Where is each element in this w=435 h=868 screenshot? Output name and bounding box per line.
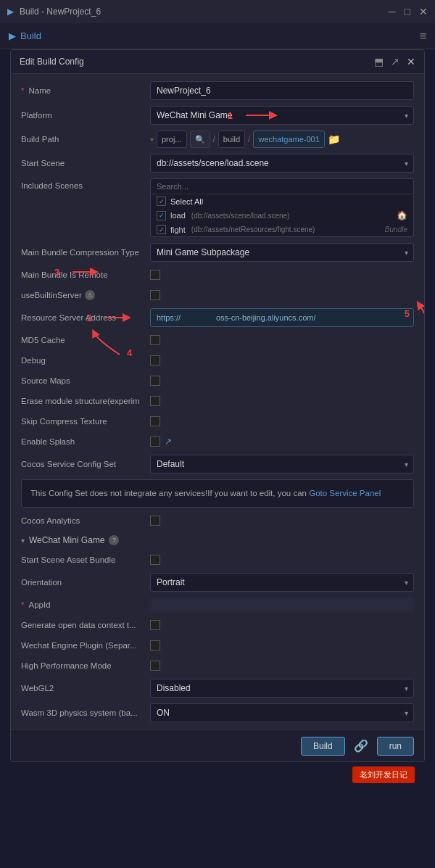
title-bar: ▶ Build - NewProject_6 ─ □ ✕ [0, 0, 435, 23]
main-bundle-remote-checkbox[interactable] [150, 270, 160, 280]
bottom-bar: Build 🔗 run [11, 729, 424, 761]
name-input[interactable] [150, 81, 414, 100]
tooltip-icon[interactable]: ⚠ [85, 290, 95, 300]
platform-row: Platform WeChat Mini Game 1 [11, 103, 424, 128]
skip-compress-checkbox[interactable] [150, 416, 160, 426]
source-maps-row: Source Maps [11, 371, 424, 391]
resource-server-input[interactable] [150, 308, 414, 327]
scene-fight-item[interactable]: fight (db://assets/netResources/fight.sc… [151, 223, 413, 236]
enable-splash-control: ↗ [150, 437, 414, 447]
md5-cache-checkbox[interactable] [150, 335, 160, 345]
select-all-item[interactable]: Select All [151, 194, 413, 208]
high-performance-mode-checkbox[interactable] [150, 661, 160, 671]
build-button[interactable]: Build [301, 737, 345, 756]
cocos-service-label: Cocos Service Config Set [21, 460, 144, 468]
dialog-external-icon[interactable]: ↗ [391, 56, 399, 67]
platform-label: Platform [21, 111, 144, 120]
enable-splash-checkbox[interactable] [150, 437, 160, 447]
skip-compress-control [150, 416, 414, 426]
scenes-box: Select All load (db://assets/scene/load.… [150, 178, 414, 237]
erase-module-control [150, 396, 414, 406]
orientation-row: Orientation Portrait [11, 570, 424, 595]
skip-compress-label: Skip Compress Texture [21, 417, 144, 426]
use-builtin-server-control [150, 290, 414, 300]
start-scene-asset-bundle-checkbox[interactable] [150, 555, 160, 565]
wechat-engine-plugin-row: Wechat Engine Plugin (Separ... [11, 635, 424, 656]
goto-service-panel-link[interactable]: Goto Service Panel [309, 489, 381, 497]
wechat-help-icon[interactable]: ? [109, 535, 119, 545]
maximize-button[interactable]: □ [405, 6, 410, 17]
required-star: * [21, 86, 24, 95]
run-button[interactable]: run [377, 737, 414, 756]
close-button[interactable]: ✕ [419, 6, 428, 17]
use-builtin-server-checkbox[interactable] [150, 290, 160, 300]
appid-label: * AppId [21, 600, 144, 609]
path-search-button[interactable]: 🔍 [190, 131, 210, 148]
start-scene-asset-bundle-control [150, 555, 414, 565]
appid-control [150, 598, 414, 612]
watermark: 老刘开发日记 [352, 766, 415, 783]
dialog-close-icon[interactable]: ✕ [407, 56, 415, 67]
wasm-3d-row: Wasm 3D physics system (ba... ON [11, 700, 424, 725]
main-bundle-remote-label: Main Bundle Is Remote [21, 270, 144, 279]
generate-open-data-checkbox[interactable] [150, 620, 160, 630]
select-all-checkbox[interactable] [157, 197, 166, 206]
scene-load-item[interactable]: load (db://assets/scene/load.scene) 🏠 [151, 208, 413, 223]
edit-build-config-dialog: Edit Build Config ⬒ ↗ ✕ * Name Platform [10, 49, 425, 762]
build-nav-icon: ▶ [9, 30, 16, 41]
splash-external-link-icon[interactable]: ↗ [165, 437, 172, 447]
md5-cache-control [150, 335, 414, 345]
wasm-3d-control: ON [150, 703, 414, 722]
nav-menu-icon[interactable]: ≡ [420, 30, 426, 43]
main-bundle-compression-select[interactable]: Mini Game Subpackage [150, 243, 414, 262]
path-chevron: ▾ [150, 136, 154, 144]
dialog-expand-icon[interactable]: ⬒ [374, 56, 384, 67]
wechat-engine-plugin-checkbox[interactable] [150, 640, 160, 650]
included-scenes-row: Included Scenes Select All load (db://as… [11, 175, 424, 240]
included-scenes-label: Included Scenes [21, 178, 144, 190]
start-scene-row: Start Scene db://assets/scene/load.scene [11, 151, 424, 175]
wasm-3d-select[interactable]: ON [150, 703, 414, 722]
skip-compress-row: Skip Compress Texture [11, 411, 424, 431]
webgl2-label: WebGL2 [21, 684, 144, 693]
link-button[interactable]: 🔗 [351, 736, 371, 756]
title-bar-controls[interactable]: ─ □ ✕ [389, 6, 428, 17]
erase-module-checkbox[interactable] [150, 396, 160, 406]
webgl2-select[interactable]: Disabled [150, 679, 414, 698]
high-performance-mode-row: High Performance Mode [11, 656, 424, 676]
resource-server-control [150, 308, 414, 327]
main-bundle-remote-row: Main Bundle Is Remote 3 [11, 265, 424, 285]
open-folder-icon[interactable]: 📁 [328, 133, 340, 145]
platform-select[interactable]: WeChat Mini Game [150, 106, 414, 125]
source-maps-checkbox[interactable] [150, 376, 160, 386]
minimize-button[interactable]: ─ [389, 6, 396, 17]
scene-load-path: (db://assets/scene/load.scene) [191, 212, 290, 220]
debug-checkbox[interactable] [150, 355, 160, 365]
path-proj[interactable]: proj... [157, 131, 187, 148]
scene-fight-checkbox[interactable] [157, 225, 166, 234]
debug-label: Debug [21, 356, 144, 365]
cocos-analytics-label: Cocos Analytics [21, 516, 144, 525]
erase-module-label: Erase module structure(experim [21, 397, 144, 405]
start-scene-select[interactable]: db://assets/scene/load.scene [150, 154, 414, 173]
cocos-service-select[interactable]: Default [150, 455, 414, 474]
appid-value[interactable] [150, 598, 414, 612]
section-chevron: ▾ [21, 537, 25, 545]
scene-load-checkbox[interactable] [157, 211, 166, 220]
path-build[interactable]: build [218, 131, 245, 148]
nav-build-label[interactable]: Build [20, 30, 41, 41]
dialog-header: Edit Build Config ⬒ ↗ ✕ [11, 50, 424, 74]
orientation-select[interactable]: Portrait [150, 573, 414, 592]
md5-cache-row: MD5 Cache 4 5 [11, 330, 424, 350]
info-box: This Config Set does not integrate any s… [21, 479, 414, 508]
md5-cache-label: MD5 Cache [21, 336, 144, 344]
generate-open-data-row: Generate open data context t... [11, 615, 424, 635]
title-bar-icon: ▶ [7, 7, 14, 17]
scenes-search-input[interactable] [151, 179, 413, 194]
path-dest[interactable]: wechatgame-001 [253, 131, 324, 148]
use-builtin-server-label: useBuiltinServer ⚠ [21, 290, 144, 300]
cocos-analytics-checkbox[interactable] [150, 516, 160, 526]
high-performance-mode-control [150, 661, 414, 671]
wechat-section-header[interactable]: ▾ WeChat Mini Game ? [11, 531, 424, 550]
start-scene-control: db://assets/scene/load.scene [150, 154, 414, 173]
